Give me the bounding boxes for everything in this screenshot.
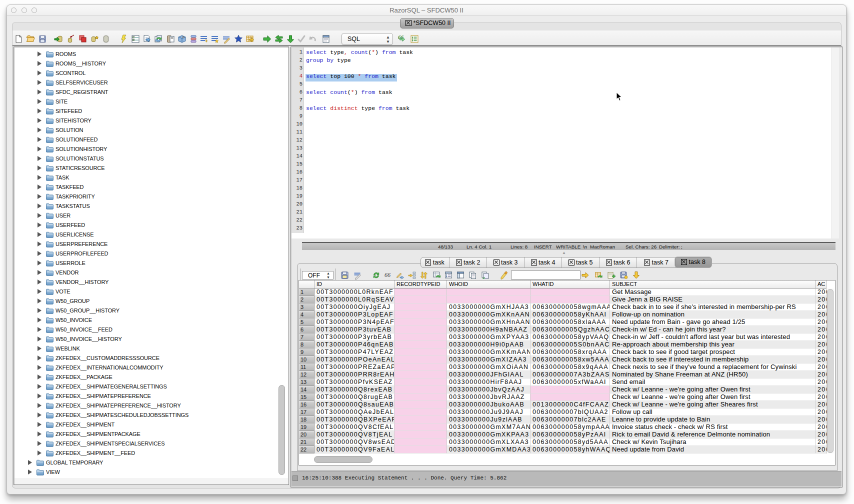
svg-text:66: 66 xyxy=(384,272,390,278)
